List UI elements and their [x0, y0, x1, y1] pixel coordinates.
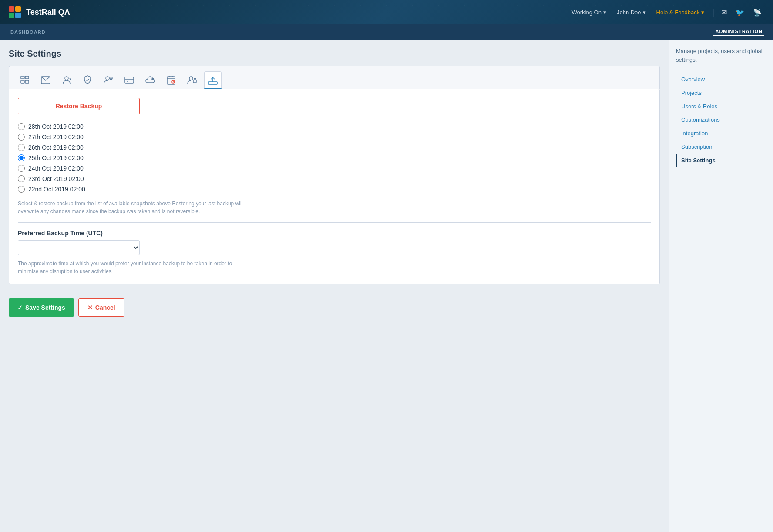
preferred-backup-label: Preferred Backup Time (UTC): [18, 230, 651, 237]
backup-date-6: 22nd Oct 2019 02:00: [28, 186, 85, 193]
page-title: Site Settings: [9, 49, 660, 59]
tab-user-lock[interactable]: [183, 71, 201, 89]
sidebar-item-overview[interactable]: Overview: [676, 73, 766, 86]
section-divider: [18, 222, 651, 223]
app-title: TestRail QA: [26, 8, 70, 17]
list-item: 23rd Oct 2019 02:00: [18, 174, 651, 184]
main-header: TestRail QA Working On ▾ John Doe ▾ Help…: [0, 0, 773, 24]
header-right: Working On ▾ John Doe ▾ Help & Feedback …: [568, 7, 764, 18]
sidebar-item-subscription[interactable]: Subscription: [676, 140, 766, 154]
dashboard-nav[interactable]: DASHBOARD: [9, 30, 47, 35]
svg-rect-10: [125, 77, 134, 83]
action-buttons: ✓ Save Settings ✕ Cancel: [9, 291, 660, 324]
save-settings-button[interactable]: ✓ Save Settings: [9, 298, 74, 317]
sub-header: DASHBOARD ADMINISTRATION: [0, 24, 773, 40]
app-logo: [9, 6, 21, 18]
tab-schedule[interactable]: [162, 71, 180, 89]
list-item: 27th Oct 2019 02:00: [18, 132, 651, 142]
help-label: Help & Feedback: [656, 9, 700, 16]
sidebar-item-users-roles[interactable]: Users & Roles: [676, 100, 766, 113]
backup-radio-2[interactable]: [18, 144, 25, 151]
sidebar-item-integration[interactable]: Integration: [676, 127, 766, 140]
svg-rect-2: [21, 80, 24, 83]
cancel-x-icon: ✕: [87, 304, 93, 311]
logo-red: [9, 6, 14, 12]
rss-icon[interactable]: 📡: [750, 7, 764, 18]
logo-blue: [15, 13, 21, 18]
svg-point-19: [189, 77, 193, 80]
list-item: 25th Oct 2019 02:00: [18, 153, 651, 163]
list-item: 26th Oct 2019 02:00: [18, 142, 651, 153]
preferred-backup-section: Preferred Backup Time (UTC) 00:00 UTC 01…: [18, 230, 651, 275]
list-item: 28th Oct 2019 02:00: [18, 121, 651, 132]
tab-backup[interactable]: [204, 71, 222, 89]
working-on-label: Working On: [572, 9, 602, 16]
list-item: 22nd Oct 2019 02:00: [18, 184, 651, 194]
logo-green: [9, 13, 14, 18]
tab-users[interactable]: [58, 71, 75, 89]
sidebar-item-customizations[interactable]: Customizations: [676, 113, 766, 127]
restore-backup-button[interactable]: Restore Backup: [18, 98, 140, 114]
sidebar-item-projects[interactable]: Projects: [676, 86, 766, 100]
backup-radio-5[interactable]: [18, 175, 25, 182]
backup-radio-6[interactable]: [18, 186, 25, 193]
twitter-icon[interactable]: 🐦: [733, 7, 747, 18]
svg-rect-0: [21, 76, 24, 79]
header-left: TestRail QA: [9, 6, 70, 18]
backup-radio-3[interactable]: [18, 154, 25, 161]
backup-date-1: 27th Oct 2019 02:00: [28, 134, 84, 141]
backup-date-2: 26th Oct 2019 02:00: [28, 144, 84, 151]
backup-time-select[interactable]: 00:00 UTC 01:00 UTC 02:00 UTC 03:00 UTC …: [18, 240, 140, 255]
svg-rect-3: [25, 80, 29, 83]
backup-radio-1[interactable]: [18, 134, 25, 141]
main-layout: Site Settings: [0, 40, 773, 532]
sidebar-item-site-settings[interactable]: Site Settings: [676, 154, 766, 167]
svg-point-5: [65, 77, 68, 80]
tab-billing[interactable]: [121, 71, 138, 89]
cancel-button[interactable]: ✕ Cancel: [78, 298, 124, 317]
cancel-label: Cancel: [95, 304, 115, 311]
save-check-icon: ✓: [17, 304, 23, 311]
user-chevron-icon: ▾: [643, 9, 646, 16]
backup-panel: Restore Backup 28th Oct 2019 02:00 27th …: [9, 89, 660, 284]
backup-radio-4[interactable]: [18, 165, 25, 172]
sidebar-nav: Overview Projects Users & Roles Customiz…: [676, 73, 766, 167]
preferred-backup-hint: The approximate time at which you would …: [18, 260, 235, 275]
user-label: John Doe: [617, 9, 641, 16]
list-item: 24th Oct 2019 02:00: [18, 163, 651, 174]
tab-user-roles[interactable]: [100, 71, 117, 89]
svg-rect-20: [193, 80, 196, 83]
content-area: Site Settings: [0, 40, 669, 532]
mail-icon[interactable]: ✉: [719, 7, 729, 18]
backup-options-list: 28th Oct 2019 02:00 27th Oct 2019 02:00 …: [18, 121, 651, 194]
tab-email[interactable]: [37, 71, 54, 89]
svg-rect-1: [25, 76, 29, 79]
backup-hint: Select & restore backup from the list of…: [18, 200, 262, 215]
svg-rect-21: [208, 82, 217, 84]
settings-tabs: [9, 66, 660, 89]
svg-point-13: [152, 78, 154, 80]
svg-point-6: [106, 77, 109, 80]
working-on-chevron-icon: ▾: [603, 9, 606, 16]
backup-date-3: 25th Oct 2019 02:00: [28, 154, 84, 161]
working-on-button[interactable]: Working On ▾: [568, 7, 610, 17]
administration-nav[interactable]: ADMINISTRATION: [713, 29, 764, 36]
backup-date-4: 24th Oct 2019 02:00: [28, 165, 84, 172]
tab-general[interactable]: [16, 71, 34, 89]
help-feedback-button[interactable]: Help & Feedback ▾: [653, 7, 708, 17]
tab-integrations[interactable]: [141, 71, 159, 89]
backup-date-0: 28th Oct 2019 02:00: [28, 123, 84, 130]
backup-date-5: 23rd Oct 2019 02:00: [28, 175, 84, 182]
header-divider-1: |: [711, 8, 715, 17]
user-menu-button[interactable]: John Doe ▾: [613, 7, 649, 17]
backup-radio-0[interactable]: [18, 123, 25, 130]
logo-yellow: [15, 6, 21, 12]
save-label: Save Settings: [25, 304, 65, 311]
sidebar-description: Manage projects, users and global settin…: [676, 47, 766, 64]
sidebar: Manage projects, users and global settin…: [669, 40, 773, 532]
tab-security[interactable]: [79, 71, 96, 89]
help-chevron-icon: ▾: [701, 9, 704, 16]
